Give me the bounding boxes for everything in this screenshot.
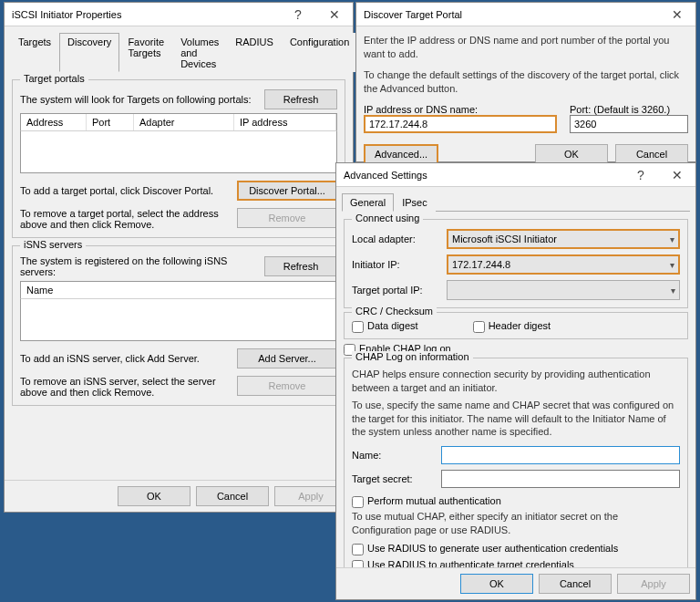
discover-portal-button[interactable]: Discover Portal... (237, 181, 337, 201)
tp-list-header: Address Port Adapter IP address (20, 113, 337, 131)
isns-add-button[interactable]: Add Server... (237, 348, 337, 368)
close-button[interactable]: ✕ (659, 163, 695, 187)
titlebar: Discover Target Portal ✕ (356, 3, 695, 26)
tp-desc: The system will look for Targets on foll… (20, 94, 252, 105)
isns-list-header: Name (20, 281, 337, 299)
tab-general[interactable]: General (342, 193, 394, 212)
group-legend: iSNS servers (20, 239, 86, 250)
dialog-buttons: OK Cancel Apply (336, 567, 695, 599)
tp-add-hint: To add a target portal, click Discover P… (20, 185, 213, 196)
titlebar: iSCSI Initiator Properties ? ✕ (5, 3, 353, 26)
connect-using-group: Connect using Local adapter: Microsoft i… (344, 219, 688, 308)
chevron-down-icon: ▾ (670, 234, 674, 244)
col-port[interactable]: Port (87, 114, 134, 130)
chap-desc2: To use, specify the same name and CHAP s… (352, 399, 680, 440)
tp-refresh-button[interactable]: Refresh (264, 89, 337, 109)
chevron-down-icon: ▾ (671, 285, 675, 296)
dialog-title: iSCSI Initiator Properties (12, 9, 280, 20)
radius-generate-checkbox[interactable]: Use RADIUS to generate user authenticati… (352, 543, 680, 555)
chap-name-input[interactable] (441, 446, 680, 464)
group-legend: Target portals (20, 73, 88, 84)
col-adapter[interactable]: Adapter (134, 114, 234, 130)
cancel-button[interactable]: Cancel (539, 574, 612, 594)
tab-discovery[interactable]: Discovery (59, 33, 119, 72)
dialog-title: Discover Target Portal (364, 9, 659, 20)
group-legend: CHAP Log on information (352, 351, 473, 362)
target-portal-ip-label: Target portal IP: (352, 285, 439, 296)
data-digest-checkbox[interactable]: Data digest (352, 320, 418, 333)
target-portals-group: Target portals The system will look for … (12, 79, 345, 238)
dialog-buttons: OK Cancel Apply (5, 480, 353, 512)
local-adapter-select[interactable]: Microsoft iSCSI Initiator ▾ (447, 229, 680, 249)
chap-secret-input[interactable] (441, 470, 680, 488)
ip-label: IP address or DNS name: (364, 104, 557, 115)
apply-button: Apply (617, 574, 690, 594)
isns-refresh-button[interactable]: Refresh (264, 256, 337, 276)
col-ip[interactable]: IP address (234, 114, 336, 130)
mutual-desc: To use mutual CHAP, either specify an in… (352, 510, 680, 537)
initiator-ip-value: 172.17.244.8 (452, 259, 510, 270)
header-digest-checkbox[interactable]: Header digest (473, 320, 551, 333)
ok-button[interactable]: OK (118, 486, 190, 506)
ip-input[interactable] (364, 115, 557, 133)
iscsi-properties-dialog: iSCSI Initiator Properties ? ✕ Targets D… (4, 2, 354, 513)
desc2: To change the default settings of the di… (364, 68, 688, 96)
advanced-settings-dialog: Advanced Settings ? ✕ General IPsec Conn… (335, 162, 696, 600)
tab-targets[interactable]: Targets (10, 33, 59, 72)
tabs: General IPsec (342, 192, 690, 212)
isns-remove-button: Remove (237, 376, 337, 396)
tab-favorite-targets[interactable]: Favorite Targets (119, 33, 172, 72)
discover-target-portal-dialog: Discover Target Portal ✕ Enter the IP ad… (355, 2, 696, 162)
radius-authenticate-checkbox[interactable]: Use RADIUS to authenticate target creden… (352, 559, 680, 567)
help-button[interactable]: ? (623, 163, 659, 187)
initiator-ip-label: Initiator IP: (352, 259, 439, 270)
target-portal-ip-select[interactable]: ▾ (447, 280, 680, 300)
help-button[interactable]: ? (280, 3, 316, 26)
group-legend: Connect using (352, 213, 423, 223)
tp-list[interactable] (20, 131, 337, 173)
tabs: Targets Discovery Favorite Targets Volum… (10, 32, 347, 72)
desc1: Enter the IP address or DNS name and por… (364, 34, 688, 61)
group-legend: CRC / Checksum (352, 306, 437, 317)
close-button[interactable]: ✕ (316, 3, 353, 26)
tp-remove-hint: To remove a target portal, select the ad… (20, 208, 230, 230)
col-address[interactable]: Address (21, 114, 87, 130)
tab-radius[interactable]: RADIUS (227, 33, 282, 72)
chevron-down-icon: ▾ (670, 260, 674, 270)
close-button[interactable]: ✕ (659, 3, 695, 26)
isns-desc: The system is registered on the followin… (20, 255, 257, 277)
isns-add-hint: To add an iSNS server, click Add Server. (20, 353, 200, 364)
tp-remove-button: Remove (237, 208, 337, 228)
local-adapter-value: Microsoft iSCSI Initiator (452, 234, 557, 244)
isns-list[interactable] (20, 299, 337, 341)
isns-group: iSNS servers The system is registered on… (12, 245, 345, 406)
ok-button[interactable]: OK (460, 574, 533, 594)
tab-configuration[interactable]: Configuration (282, 33, 357, 72)
tab-ipsec[interactable]: IPsec (394, 193, 436, 212)
chap-desc1: CHAP helps ensure connection security by… (352, 368, 680, 395)
local-adapter-label: Local adapter: (352, 234, 439, 244)
titlebar: Advanced Settings ? ✕ (336, 163, 695, 187)
isns-remove-hint: To remove an iSNS server, select the ser… (20, 376, 230, 398)
dialog-title: Advanced Settings (344, 170, 623, 181)
chap-name-label: Name: (352, 450, 434, 461)
initiator-ip-select[interactable]: 172.17.244.8 ▾ (447, 254, 680, 275)
col-name[interactable]: Name (21, 282, 336, 298)
chap-secret-label: Target secret: (352, 473, 434, 484)
port-input[interactable] (570, 115, 688, 133)
cancel-button[interactable]: Cancel (196, 486, 269, 506)
tab-volumes-devices[interactable]: Volumes and Devices (172, 33, 227, 72)
mutual-auth-checkbox[interactable]: Perform mutual authentication (352, 495, 680, 508)
chap-logon-group: CHAP Log on information CHAP helps ensur… (344, 358, 688, 567)
crc-group: CRC / Checksum Data digest Header digest (344, 312, 688, 339)
port-label: Port: (Default is 3260.) (570, 104, 688, 115)
